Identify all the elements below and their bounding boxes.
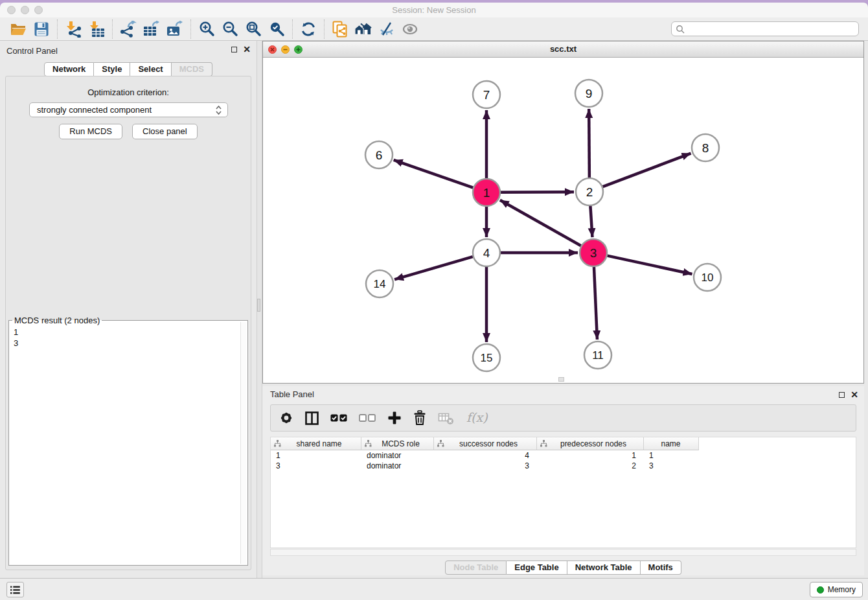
graph-edge-3-11[interactable] bbox=[594, 267, 597, 340]
graph-node-10[interactable]: 10 bbox=[694, 264, 721, 291]
network-window-titlebar[interactable]: scc.txt bbox=[263, 41, 863, 58]
graph-node-14[interactable]: 14 bbox=[366, 270, 393, 297]
graph-edge-2-3[interactable] bbox=[590, 206, 592, 237]
column-header-shared-name[interactable]: shared name bbox=[271, 437, 361, 450]
float-table-panel-icon[interactable] bbox=[839, 392, 845, 398]
table-mode-gear-icon[interactable] bbox=[279, 411, 293, 425]
graph-node-3[interactable]: 3 bbox=[580, 239, 607, 266]
zoom-out-icon[interactable] bbox=[218, 19, 242, 40]
table-cell[interactable]: dominator bbox=[361, 451, 434, 460]
splitter-grip[interactable] bbox=[257, 299, 260, 312]
close-window-button[interactable] bbox=[7, 6, 16, 14]
memory-button[interactable]: Memory bbox=[810, 582, 863, 597]
network-title: scc.txt bbox=[263, 41, 863, 57]
maximize-window-button[interactable] bbox=[34, 6, 43, 14]
network-maximize-icon[interactable] bbox=[294, 45, 303, 54]
open-session-icon[interactable] bbox=[6, 19, 30, 40]
zoom-selected-icon[interactable] bbox=[265, 19, 288, 40]
create-column-icon[interactable] bbox=[387, 411, 402, 425]
graph-node-7[interactable]: 7 bbox=[473, 81, 500, 108]
column-header-successor-nodes[interactable]: successor nodes bbox=[434, 437, 537, 450]
table-cell[interactable]: 3 bbox=[271, 461, 361, 470]
tab-edge-table[interactable]: Edge Table bbox=[507, 560, 567, 575]
delete-column-trash-icon[interactable] bbox=[413, 410, 427, 426]
table-cell[interactable]: 1 bbox=[271, 451, 361, 460]
chevron-up-down-icon bbox=[215, 105, 222, 115]
table-cell[interactable]: 3 bbox=[434, 461, 537, 470]
graph-edge-4-14[interactable] bbox=[394, 257, 473, 279]
graph-edge-1-6[interactable] bbox=[394, 160, 474, 188]
table-horizontal-scrollbar[interactable] bbox=[270, 549, 856, 556]
mcds-result-text[interactable]: 13 bbox=[10, 325, 239, 564]
table-cell[interactable]: 4 bbox=[434, 451, 537, 460]
show-hidden-eye-icon[interactable] bbox=[398, 19, 422, 40]
graph-node-11[interactable]: 11 bbox=[584, 341, 611, 369]
zoom-fit-icon[interactable] bbox=[242, 19, 265, 40]
minimize-window-button[interactable] bbox=[21, 6, 29, 14]
graph-node-8[interactable]: 8 bbox=[692, 134, 719, 161]
tab-style[interactable]: Style bbox=[94, 62, 130, 76]
run-mcds-button[interactable]: Run MCDS bbox=[59, 124, 122, 139]
import-table-icon[interactable] bbox=[85, 19, 108, 40]
tab-node-table[interactable]: Node Table bbox=[445, 560, 507, 575]
graph-node-15[interactable]: 15 bbox=[473, 344, 500, 371]
vertical-splitter[interactable] bbox=[257, 41, 262, 578]
table-cell[interactable]: 3 bbox=[644, 461, 699, 470]
graph-node-6[interactable]: 6 bbox=[365, 141, 393, 168]
network-close-icon[interactable] bbox=[268, 45, 277, 54]
network-minimize-icon[interactable] bbox=[281, 45, 290, 54]
mcds-result-node: 3 bbox=[14, 338, 236, 349]
apply-layout-icon[interactable] bbox=[297, 19, 320, 40]
graph-edge-3-1[interactable] bbox=[500, 200, 581, 246]
export-image-icon[interactable] bbox=[163, 19, 187, 40]
float-panel-icon[interactable] bbox=[231, 47, 237, 52]
graph-edge-2-9[interactable] bbox=[589, 109, 589, 178]
graph-node-9[interactable]: 9 bbox=[575, 80, 602, 107]
show-column-icon[interactable] bbox=[304, 411, 319, 426]
hide-selected-icon[interactable] bbox=[375, 19, 398, 40]
criterion-select[interactable]: strongly connected component bbox=[29, 102, 228, 117]
result-scrollbar[interactable] bbox=[240, 322, 246, 564]
table-cell[interactable]: 1 bbox=[644, 451, 699, 460]
unselect-all-icon[interactable] bbox=[359, 413, 376, 423]
clone-network-icon[interactable] bbox=[328, 19, 352, 40]
tab-select[interactable]: Select bbox=[130, 62, 171, 76]
graph-edge-1-2[interactable] bbox=[501, 192, 574, 192]
graph-edge-2-8[interactable] bbox=[603, 154, 691, 187]
search-box[interactable] bbox=[671, 21, 859, 36]
column-header-MCDS-role[interactable]: MCDS role bbox=[361, 437, 434, 450]
table-cell[interactable]: 1 bbox=[537, 451, 644, 460]
network-canvas[interactable]: 1234678910111415 bbox=[263, 58, 863, 383]
tab-network[interactable]: Network bbox=[44, 62, 94, 76]
graph-node-2[interactable]: 2 bbox=[576, 178, 603, 205]
svg-text:7: 7 bbox=[483, 88, 490, 102]
close-panel-button[interactable]: Close panel bbox=[132, 124, 198, 139]
export-table-icon[interactable] bbox=[140, 19, 163, 40]
toolbar-separator bbox=[190, 19, 191, 39]
task-history-button[interactable] bbox=[6, 582, 24, 597]
save-session-icon[interactable] bbox=[30, 19, 53, 40]
import-network-icon[interactable] bbox=[62, 19, 85, 40]
table-row[interactable]: 1dominator411 bbox=[271, 450, 856, 461]
close-panel-icon[interactable]: ✕ bbox=[243, 46, 251, 53]
tab-network-table[interactable]: Network Table bbox=[567, 560, 641, 575]
session-home-icon[interactable] bbox=[352, 19, 375, 40]
tab-mcds[interactable]: MCDS bbox=[172, 62, 212, 76]
table-cell[interactable]: 2 bbox=[537, 461, 644, 470]
table-row[interactable]: 3dominator323 bbox=[271, 461, 856, 471]
graph-node-1[interactable]: 1 bbox=[473, 179, 500, 206]
column-header-predecessor-nodes[interactable]: predecessor nodes bbox=[537, 437, 644, 450]
search-input[interactable] bbox=[685, 24, 854, 34]
window-controls[interactable] bbox=[7, 6, 43, 14]
select-all-icon[interactable] bbox=[330, 413, 348, 423]
column-header-name[interactable]: name bbox=[644, 437, 699, 450]
tab-motifs[interactable]: Motifs bbox=[641, 560, 681, 575]
graph-edge-3-10[interactable] bbox=[608, 256, 692, 274]
graph-node-4[interactable]: 4 bbox=[473, 239, 500, 266]
canvas-resize-grip[interactable] bbox=[558, 377, 564, 382]
table-cell[interactable]: dominator bbox=[361, 461, 434, 470]
export-network-icon[interactable] bbox=[117, 19, 140, 40]
zoom-in-icon[interactable] bbox=[195, 19, 218, 40]
toolbar-separator bbox=[112, 19, 113, 39]
close-table-panel-icon[interactable]: ✕ bbox=[851, 391, 858, 398]
